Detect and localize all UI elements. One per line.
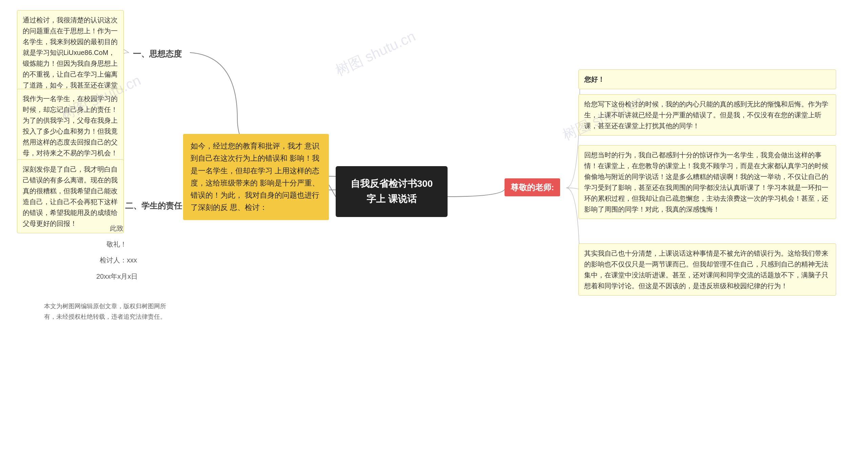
- closing-jingli: 敬礼！: [102, 236, 132, 253]
- right-node-4: 其实我自己也十分清楚，上课说话这种事情是不被允许的错误行为。这给我们带来的影响也…: [578, 243, 836, 296]
- branch-label-bottom: 二、学生的责任: [120, 196, 187, 215]
- canvas: 自我反省检讨书300字上 课说话 如今，经过您的教育和批评，我才 意识到自己在这…: [0, 0, 868, 452]
- right-node-1: 您好！: [578, 70, 836, 89]
- branch-label-top: 一、思想态度: [128, 44, 186, 63]
- right-node-2: 给您写下这份检讨的时候，我的的内心只能的真的感到无比的惭愧和后悔。作为学生，上课…: [578, 94, 836, 136]
- center-node: 自我反省检讨书300字上 课说话: [336, 166, 448, 217]
- right-title-badge: 尊敬的老师:: [505, 178, 560, 196]
- main-content-node: 如今，经过您的教育和批评，我才 意识到自己在这次行为上的错误和 影响！我是一名学…: [183, 134, 329, 220]
- closing-reviewer: 检讨人：xxx: [95, 252, 142, 269]
- footer-text: 本文为树图网编辑原创文章，版权归树图网所 有，未经授权杜绝转载，违者追究法律责任…: [34, 298, 176, 325]
- closing-cizhi: 此致: [105, 220, 128, 237]
- right-node-3: 回想当时的行为，我自己都感到十分的惊讶作为一名学生，我竟会做出这样的事情！在课堂…: [578, 145, 836, 219]
- closing-date: 20xx年x月x日: [92, 268, 142, 285]
- svg-line-0: [329, 185, 336, 197]
- watermark-2: 树图 shutu.cn: [332, 27, 418, 80]
- mind-map-connections: [0, 0, 868, 452]
